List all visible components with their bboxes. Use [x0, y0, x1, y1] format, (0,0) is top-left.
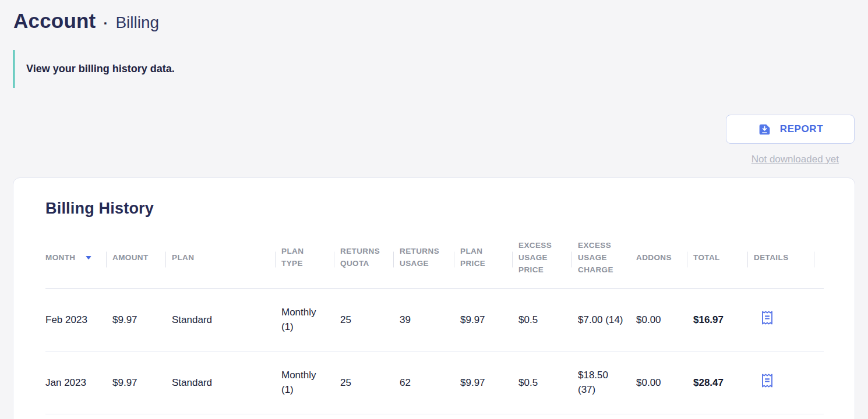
- cell-excess-usage-price: $0.5: [518, 351, 578, 414]
- cell-plan-type: Monthly (1): [281, 288, 340, 351]
- cell-plan: Standard: [172, 288, 281, 351]
- cell-plan-price: $9.97: [460, 288, 518, 351]
- receipt-icon: [761, 373, 774, 388]
- cell-excess-usage-price: $0.5: [518, 288, 578, 351]
- page-title: Account: [13, 9, 96, 33]
- sort-descending-icon[interactable]: [86, 256, 91, 260]
- cell-details: [754, 351, 824, 414]
- table-header-row: MONTH AMOUNT PLAN PLAN TYPE RETURNS QUOT…: [45, 236, 824, 288]
- cell-plan-price: $9.97: [460, 351, 518, 414]
- cell-addons: $0.00: [636, 351, 693, 414]
- page-description-block: View your billing history data.: [13, 50, 175, 88]
- report-download-button[interactable]: REPORT: [726, 115, 855, 144]
- cell-returns-usage: 39: [400, 288, 460, 351]
- report-button-label: REPORT: [780, 123, 823, 135]
- receipt-icon: [761, 310, 774, 325]
- cell-excess-usage-charge: $7.00 (14): [578, 288, 636, 351]
- billing-history-title: Billing History: [45, 200, 823, 218]
- billing-history-table: MONTH AMOUNT PLAN PLAN TYPE RETURNS QUOT…: [45, 236, 824, 414]
- download-icon: [757, 122, 772, 137]
- page-description-text: View your billing history data.: [26, 63, 175, 74]
- table-row: Feb 2023 $9.97 Standard Monthly (1) 25 3…: [45, 288, 824, 351]
- column-header-returns-quota: RETURNS QUOTA: [340, 236, 400, 288]
- cell-amount: $9.97: [112, 288, 172, 351]
- column-header-month-label: MONTH: [45, 252, 76, 264]
- cell-returns-quota: 25: [340, 288, 400, 351]
- cell-month: Feb 2023: [45, 288, 112, 351]
- cell-addons: $0.00: [636, 288, 693, 351]
- column-header-month[interactable]: MONTH: [45, 236, 112, 288]
- cell-details: [754, 288, 824, 351]
- column-header-excess-usage-price: EXCESS USAGE PRICE: [518, 236, 578, 288]
- details-receipt-button[interactable]: [761, 373, 774, 388]
- page-section-title: Billing: [115, 13, 159, 32]
- column-header-returns-usage: RETURNS USAGE: [400, 236, 460, 288]
- cell-month: Jan 2023: [45, 351, 112, 414]
- cell-total: $28.47: [693, 351, 754, 414]
- column-header-addons: ADDONS: [636, 236, 693, 288]
- cell-returns-quota: 25: [340, 351, 400, 414]
- cell-amount: $9.97: [112, 351, 172, 414]
- table-row: Jan 2023 $9.97 Standard Monthly (1) 25 6…: [45, 351, 824, 414]
- column-header-plan: PLAN: [172, 236, 281, 288]
- column-header-amount: AMOUNT: [112, 236, 172, 288]
- cell-returns-usage: 62: [400, 351, 460, 414]
- report-area: REPORT Not downloaded yet: [0, 115, 855, 165]
- column-header-plan-type: PLAN TYPE: [281, 236, 340, 288]
- cell-excess-usage-charge: $18.50 (37): [578, 351, 636, 414]
- title-separator-dot: ·: [103, 15, 108, 31]
- cell-plan: Standard: [172, 351, 281, 414]
- column-header-plan-price: PLAN PRICE: [460, 236, 518, 288]
- column-header-details: DETAILS: [754, 236, 824, 288]
- cell-plan-type: Monthly (1): [281, 351, 340, 414]
- download-status-text: Not downloaded yet: [751, 154, 839, 165]
- column-header-total: TOTAL: [693, 236, 754, 288]
- cell-total: $16.97: [693, 288, 754, 351]
- details-receipt-button[interactable]: [761, 310, 774, 325]
- column-header-excess-usage-charge: EXCESS USAGE CHARGE: [578, 236, 636, 288]
- billing-history-card: Billing History MONTH AMOUNT PLAN PLAN T…: [13, 177, 855, 419]
- page-header: Account · Billing: [0, 0, 868, 33]
